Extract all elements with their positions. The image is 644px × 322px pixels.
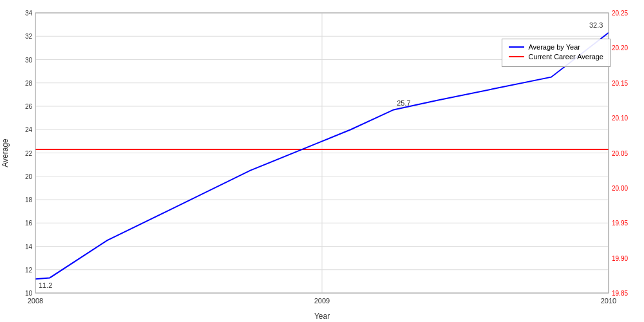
svg-text:24: 24 bbox=[25, 126, 33, 133]
svg-text:11.2: 11.2 bbox=[39, 281, 52, 289]
svg-text:25.7: 25.7 bbox=[397, 99, 410, 107]
svg-text:22: 22 bbox=[25, 150, 33, 157]
svg-text:19.85: 19.85 bbox=[612, 290, 628, 297]
svg-text:2009: 2009 bbox=[314, 297, 330, 305]
svg-text:2010: 2010 bbox=[601, 297, 616, 305]
svg-text:18: 18 bbox=[25, 196, 33, 204]
svg-text:14: 14 bbox=[25, 243, 33, 251]
legend-line-red bbox=[509, 56, 524, 57]
svg-text:32: 32 bbox=[25, 33, 33, 40]
svg-text:12: 12 bbox=[25, 267, 33, 274]
svg-text:20.25: 20.25 bbox=[612, 10, 628, 17]
legend-box: Average by Year Current Career Average bbox=[502, 39, 611, 67]
svg-text:2008: 2008 bbox=[28, 297, 43, 305]
svg-text:20.00: 20.00 bbox=[612, 185, 628, 192]
legend-line-blue bbox=[509, 46, 524, 48]
svg-text:30: 30 bbox=[25, 57, 33, 64]
legend-item-red: Current Career Average bbox=[509, 53, 603, 61]
svg-text:26: 26 bbox=[25, 103, 33, 110]
svg-text:28: 28 bbox=[25, 80, 33, 87]
svg-text:Year: Year bbox=[314, 312, 330, 321]
legend-label-blue: Average by Year bbox=[528, 43, 580, 51]
svg-text:20.20: 20.20 bbox=[612, 44, 628, 52]
legend-item-blue: Average by Year bbox=[509, 43, 603, 51]
svg-text:20.15: 20.15 bbox=[612, 80, 628, 87]
chart-container: 1012141618202224262830323419.8519.9019.9… bbox=[0, 0, 644, 322]
svg-text:20.10: 20.10 bbox=[612, 115, 628, 122]
svg-text:19.95: 19.95 bbox=[612, 220, 628, 227]
svg-text:20.05: 20.05 bbox=[612, 150, 628, 157]
svg-text:20: 20 bbox=[25, 173, 33, 180]
svg-text:16: 16 bbox=[25, 220, 33, 227]
svg-text:10: 10 bbox=[25, 290, 33, 297]
svg-text:Average: Average bbox=[1, 138, 10, 167]
svg-text:34: 34 bbox=[25, 10, 33, 17]
svg-text:19.90: 19.90 bbox=[612, 255, 628, 262]
legend-label-red: Current Career Average bbox=[528, 53, 603, 61]
svg-text:32.3: 32.3 bbox=[589, 21, 603, 29]
